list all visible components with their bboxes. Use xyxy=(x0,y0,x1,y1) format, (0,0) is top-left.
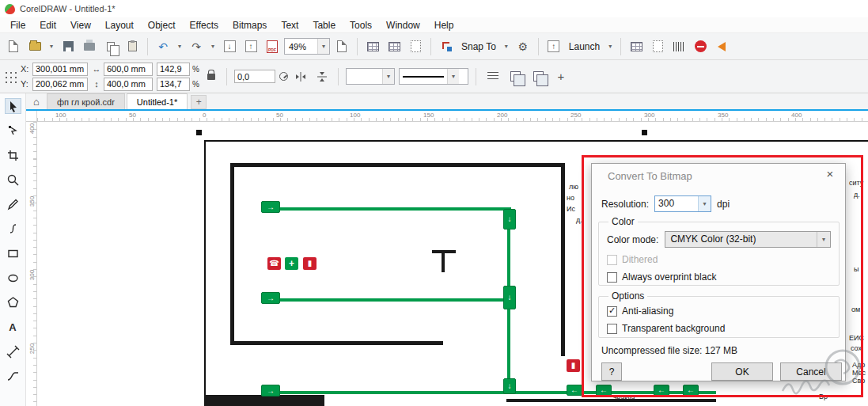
overprint-black-checkbox[interactable] xyxy=(607,272,617,283)
menu-help[interactable]: Help xyxy=(427,18,461,32)
snap-to-label[interactable]: Snap To xyxy=(458,41,499,52)
cancel-button[interactable]: Cancel xyxy=(780,362,842,381)
transparent-background-checkbox[interactable] xyxy=(607,324,617,334)
table-tool-button[interactable] xyxy=(627,37,646,56)
ellipse-tool[interactable] xyxy=(6,271,21,285)
horizontal-ruler[interactable]: 100 50 0 50 100 150 200 250 300 350 400 xyxy=(37,111,868,122)
menu-object[interactable]: Object xyxy=(141,18,183,32)
text-wrap-button[interactable] xyxy=(483,67,502,86)
dimension-tool[interactable] xyxy=(6,344,21,359)
menu-layout[interactable]: Layout xyxy=(98,18,141,32)
resolution-dropdown[interactable]: ▾ xyxy=(698,196,711,211)
add-button[interactable]: + xyxy=(552,70,570,83)
connector-tool[interactable] xyxy=(6,369,21,383)
zoom-dropdown[interactable]: ▾ xyxy=(317,39,329,54)
tab-document-2-active[interactable]: Untitled-1* xyxy=(127,93,188,109)
mirror-horizontal-button[interactable] xyxy=(292,68,309,85)
import-button[interactable]: ↓ xyxy=(220,37,239,56)
menu-edit[interactable]: Edit xyxy=(32,18,63,32)
color-mode-combo[interactable]: CMYK Color (32-bit) ▾ xyxy=(665,231,831,248)
open-dropdown[interactable]: ▾ xyxy=(47,37,56,56)
menu-bitmaps[interactable]: Bitmaps xyxy=(226,18,274,32)
help-button[interactable]: ? xyxy=(601,362,622,381)
title-bar[interactable]: CorelDRAW - Untitled-1* xyxy=(0,0,868,17)
zoom-level-combo[interactable]: 49% ▾ xyxy=(284,38,330,55)
ruler-number: 50 xyxy=(129,112,136,119)
artistic-media-tool[interactable] xyxy=(6,222,21,236)
dotted-page-button[interactable] xyxy=(648,37,667,56)
fullscreen-preview-button[interactable] xyxy=(332,37,351,56)
show-grid-button[interactable] xyxy=(385,37,404,56)
menu-tools[interactable]: Tools xyxy=(343,18,379,32)
menu-table[interactable]: Table xyxy=(305,18,343,32)
anti-aliasing-label[interactable]: Anti-aliasing xyxy=(622,305,673,317)
rectangle-tool[interactable] xyxy=(6,246,21,260)
freehand-tool[interactable] xyxy=(6,197,21,211)
new-document-button[interactable] xyxy=(4,37,23,56)
overprint-black-label[interactable]: Always overprint black xyxy=(622,271,716,283)
launch-dropdown[interactable]: ▾ xyxy=(605,37,615,56)
selection-handle[interactable] xyxy=(196,130,202,135)
print-button[interactable] xyxy=(80,37,99,56)
document-tab-bar: ⌂ фп гл крой.cdr Untitled-1* + xyxy=(26,93,868,111)
menu-view[interactable]: View xyxy=(63,18,98,32)
undo-button[interactable]: ↶ xyxy=(154,37,172,56)
shape-tool[interactable] xyxy=(6,123,21,138)
launch-label[interactable]: Launch xyxy=(566,41,603,52)
save-button[interactable] xyxy=(59,37,78,56)
height-field[interactable]: 400,0 mm xyxy=(104,78,153,91)
style-combo[interactable]: ▾ xyxy=(346,68,395,85)
options-button[interactable]: ⚙ xyxy=(514,37,533,56)
menu-text[interactable]: Text xyxy=(274,18,305,32)
launch-button[interactable]: ↑ xyxy=(544,37,563,56)
redo-dropdown[interactable]: ▾ xyxy=(208,37,218,56)
scale-y-field[interactable]: 134,7 xyxy=(157,78,190,91)
tab-document-1[interactable]: фп гл крой.cdr xyxy=(47,93,125,109)
outline-width-dropdown[interactable]: ▾ xyxy=(447,69,459,84)
sign-out-button[interactable] xyxy=(691,37,710,56)
pick-tool[interactable] xyxy=(6,99,21,113)
text-tool[interactable]: A xyxy=(6,320,21,334)
snap-to-dropdown[interactable]: ▾ xyxy=(502,37,511,56)
wireframe-button[interactable] xyxy=(506,67,525,86)
undo-dropdown[interactable]: ▾ xyxy=(175,37,184,56)
rotation-angle-field[interactable]: 0,0 xyxy=(234,70,275,83)
outline-width-combo[interactable]: ▾ xyxy=(399,68,468,85)
width-field[interactable]: 600,0 mm xyxy=(104,63,153,76)
anti-aliasing-checkbox[interactable] xyxy=(607,306,617,317)
selection-handle[interactable] xyxy=(642,130,647,135)
welcome-screen-button[interactable]: ⌂ xyxy=(26,93,47,109)
new-tab-button[interactable]: + xyxy=(191,95,207,109)
menu-effects[interactable]: Effects xyxy=(183,18,226,32)
menu-file[interactable]: File xyxy=(3,18,32,32)
clipped-arrow-button[interactable] xyxy=(712,37,731,56)
resolution-combo[interactable]: 300 ▾ xyxy=(654,195,711,212)
transparent-background-label[interactable]: Transparent background xyxy=(622,323,725,334)
publish-pdf-button[interactable]: PDF xyxy=(263,37,282,56)
paste-button[interactable] xyxy=(123,37,142,56)
scale-x-field[interactable]: 142,9 xyxy=(157,63,190,76)
dialog-close-button[interactable]: × xyxy=(823,167,837,180)
open-button[interactable] xyxy=(25,37,44,56)
snap-button[interactable] xyxy=(437,37,456,56)
ok-button[interactable]: OK xyxy=(711,362,773,381)
mirror-vertical-button[interactable] xyxy=(313,68,331,85)
style-combo-dropdown[interactable]: ▾ xyxy=(382,69,394,84)
crop-tool[interactable] xyxy=(6,148,21,162)
copy-button[interactable] xyxy=(101,37,120,56)
redo-button[interactable]: ↷ xyxy=(187,37,206,56)
vertical-ruler[interactable]: 400 350 300 250 xyxy=(26,122,37,406)
show-rulers-button[interactable] xyxy=(363,37,382,56)
barcode-button[interactable] xyxy=(669,37,688,56)
y-position-field[interactable]: 200,062 mm xyxy=(32,78,88,91)
lock-ratio-button[interactable] xyxy=(203,68,219,85)
show-guidelines-button[interactable] xyxy=(406,37,425,56)
zoom-tool[interactable] xyxy=(6,173,21,187)
layers-button[interactable] xyxy=(529,67,548,86)
menu-window[interactable]: Window xyxy=(379,18,427,32)
x-position-field[interactable]: 300,001 mm xyxy=(32,63,88,76)
new-document-icon xyxy=(9,40,18,52)
color-mode-dropdown[interactable]: ▾ xyxy=(817,232,830,247)
export-button[interactable]: ↑ xyxy=(241,37,260,56)
polygon-tool[interactable] xyxy=(6,295,21,309)
